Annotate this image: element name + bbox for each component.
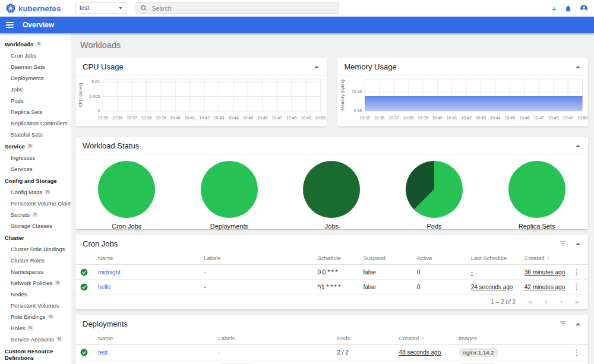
chevron-right-icon — [558, 299, 564, 305]
column-header-created[interactable]: Created↑ — [520, 252, 565, 265]
relative-time[interactable]: 36 minutes ago — [525, 269, 565, 276]
label-chip: nginx:1.14.2 — [459, 348, 499, 357]
previous-page-button[interactable] — [543, 299, 549, 305]
search-input[interactable] — [151, 5, 333, 12]
pie-chart-deployments — [201, 161, 258, 218]
caret-up-icon — [575, 242, 581, 246]
sidebar-item-cluster-role-bindings[interactable]: Cluster Role Bindings — [0, 243, 71, 255]
column-header-pods[interactable]: Pods — [332, 332, 394, 345]
cpu-usage-chart: 10:3510:3610:3710:3810:3910:4010:4110:42… — [75, 75, 327, 125]
status-ok-icon — [80, 268, 88, 276]
column-header-empty — [75, 252, 93, 265]
status-cell — [75, 345, 93, 360]
svg-text:10:47: 10:47 — [533, 116, 544, 120]
status-cell — [75, 360, 93, 364]
column-header-last-schedule[interactable]: Last Schedule — [466, 252, 520, 265]
status-ok-icon — [80, 349, 88, 356]
sidebar-item-replication-controllers[interactable]: Replication Controllers — [0, 118, 71, 129]
svg-text:10:40: 10:40 — [432, 116, 443, 120]
filter-deployments-button[interactable] — [560, 321, 567, 327]
sidebar-item-services[interactable]: Services — [0, 163, 71, 175]
pie-label: Deployments — [210, 223, 248, 230]
resource-link-hello[interactable]: hello — [98, 284, 110, 290]
column-header-schedule[interactable]: Schedule — [312, 252, 358, 265]
svg-text:10:38: 10:38 — [403, 116, 413, 120]
relative-time[interactable]: 42 minutes ago — [525, 284, 565, 290]
sidebar-item-deployments[interactable]: Deployments — [0, 72, 71, 84]
cpu-usage-title: CPU Usage — [83, 62, 305, 71]
sidebar-item-daemon-sets[interactable]: Daemon Sets — [0, 61, 71, 72]
menu-button[interactable] — [6, 22, 14, 28]
svg-text:0.005: 0.005 — [90, 94, 100, 99]
svg-text:10:49: 10:49 — [563, 116, 573, 120]
column-header-name[interactable]: Name — [93, 332, 213, 345]
sidebar-item-roles[interactable]: RolesN — [0, 322, 71, 334]
resource-link-midnight[interactable]: midnight — [98, 269, 121, 276]
sidebar-item-role-bindings[interactable]: Role BindingsN — [0, 311, 71, 322]
sidebar-item-jobs[interactable]: Jobs — [0, 84, 71, 95]
first-page-button[interactable] — [527, 299, 533, 305]
row-menu-button[interactable]: ⋮ — [570, 283, 583, 291]
relative-time[interactable]: - — [471, 269, 473, 276]
sidebar-item-nodes[interactable]: Nodes — [0, 289, 71, 300]
collapse-cpu-button[interactable] — [314, 65, 320, 69]
sidebar-item-secrets[interactable]: SecretsN — [0, 209, 71, 220]
sidebar-item-cron-jobs[interactable]: Cron Jobs — [0, 50, 71, 61]
sidebar-item-persistent-volume-claims[interactable]: Persistent Volume ClaimsN — [0, 198, 71, 209]
row-menu-button[interactable]: ⋮ — [570, 268, 583, 276]
sidebar-item-namespaces[interactable]: Namespaces — [0, 266, 71, 277]
column-header-images[interactable]: Images — [454, 332, 565, 345]
relative-time[interactable]: 48 seconds ago — [399, 349, 441, 356]
text-cell: 0 0 * * * — [312, 265, 358, 280]
search-bar[interactable] — [135, 2, 339, 14]
sidebar-item-config-maps[interactable]: Config MapsN — [0, 186, 71, 198]
column-header-created[interactable]: Created↑ — [394, 332, 454, 345]
caret-up-icon — [575, 322, 581, 326]
sidebar-item-cluster-roles[interactable]: Cluster Roles — [0, 255, 71, 266]
svg-text:10:39: 10:39 — [417, 116, 428, 120]
column-header-name[interactable]: Name — [93, 252, 199, 265]
sidebar-item-network-policies[interactable]: Network PoliciesN — [0, 277, 71, 289]
sidebar-item-service-accounts[interactable]: Service AccountsN — [0, 334, 71, 345]
collapse-workload-status-button[interactable] — [575, 144, 581, 148]
sidebar-item-replica-sets[interactable]: Replica Sets — [0, 106, 71, 118]
collapse-memory-button[interactable] — [575, 65, 581, 69]
workload-status-item-jobs: Jobs — [280, 161, 383, 230]
cron-jobs-card: Cron Jobs NameLabelsScheduleSuspendActiv… — [75, 235, 588, 309]
time-cell: - — [466, 265, 520, 280]
relative-time[interactable]: 24 seconds ago — [471, 284, 513, 290]
resource-link-test[interactable]: test — [98, 349, 108, 356]
notifications-button[interactable] — [564, 5, 572, 12]
row-menu-button[interactable]: ⋮ — [570, 349, 583, 357]
sidebar-item-stateful-sets[interactable]: Stateful Sets — [0, 129, 71, 140]
svg-text:10:50: 10:50 — [315, 116, 326, 120]
svg-text:10:40: 10:40 — [170, 116, 181, 120]
menu-cell: ⋮ — [565, 360, 588, 364]
first-page-icon — [527, 299, 533, 305]
cron-jobs-title: Cron Jobs — [83, 239, 551, 248]
sidebar-item-persistent-volumes[interactable]: Persistent Volumes — [0, 300, 71, 311]
svg-text:10:42: 10:42 — [199, 116, 210, 120]
workload-status-pies: Cron JobsDeploymentsJobsPodsReplica Sets — [75, 154, 588, 230]
plus-icon: + — [551, 4, 557, 13]
kubernetes-logo[interactable]: kubernetes — [6, 0, 61, 17]
sidebar-item-storage-classes[interactable]: Storage Classes — [0, 220, 71, 232]
top-header: kubernetes test + — [0, 0, 594, 17]
collapse-cron-jobs-button[interactable] — [575, 242, 581, 246]
collapse-deployments-button[interactable] — [575, 322, 581, 326]
column-header-labels[interactable]: Labels — [213, 332, 332, 345]
filter-cron-jobs-button[interactable] — [560, 240, 567, 246]
column-header-active[interactable]: Active — [412, 252, 466, 265]
column-header-labels[interactable]: Labels — [199, 252, 312, 265]
workload-status-item-replica-sets: Replica Sets — [485, 161, 588, 230]
next-page-button[interactable] — [558, 299, 564, 305]
sidebar-item-ingresses[interactable]: Ingresses — [0, 152, 71, 163]
sidebar-item-pods[interactable]: Pods — [0, 95, 71, 106]
svg-text:10:39: 10:39 — [156, 116, 166, 120]
create-button[interactable]: + — [551, 4, 557, 13]
namespace-select[interactable]: test — [75, 2, 127, 14]
column-header-suspend[interactable]: Suspend — [359, 252, 412, 265]
filter-icon — [560, 321, 567, 327]
account-button[interactable] — [580, 4, 588, 12]
last-page-button[interactable] — [574, 299, 580, 305]
